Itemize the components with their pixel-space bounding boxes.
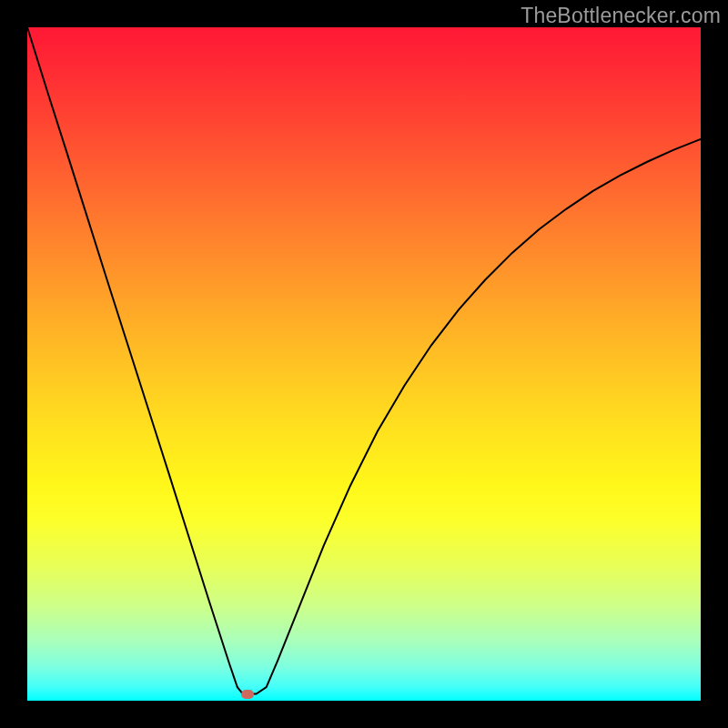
optimum-marker [241, 690, 254, 699]
plot-area [27, 27, 701, 701]
watermark-text: TheBottlenecker.com [521, 4, 721, 28]
curve-svg [27, 27, 701, 701]
chart-container: TheBottlenecker.com [0, 0, 728, 728]
bottleneck-curve-path [27, 27, 701, 694]
